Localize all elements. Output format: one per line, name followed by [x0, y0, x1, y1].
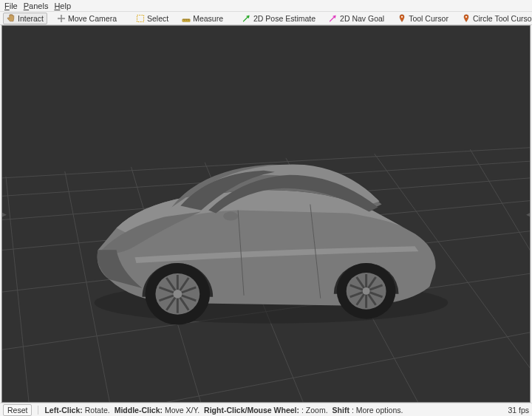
- svg-rect-0: [137, 15, 143, 21]
- reset-button[interactable]: Reset: [3, 404, 32, 416]
- arrow-pink-icon: [329, 14, 338, 23]
- tool-2d-pose-estimate-label: 2D Pose Estimate: [253, 14, 316, 23]
- menu-panels[interactable]: PPanelsanels: [24, 1, 49, 10]
- tool-circle-tool-cursor-label: Circle Tool Cursor: [473, 14, 532, 23]
- pin-icon: [462, 14, 471, 23]
- menu-help[interactable]: HHelpelp: [54, 1, 71, 10]
- pin-icon: [398, 14, 406, 23]
- svg-point-30: [173, 290, 182, 299]
- hand-icon: [7, 14, 16, 23]
- tool-2d-nav-goal-label: 2D Nav Goal: [340, 14, 384, 23]
- toolbar: Interact Move Camera Select Measure 2D P…: [0, 12, 532, 25]
- hint-shift: Shift : More options.: [332, 406, 403, 415]
- expand-left-handle[interactable]: ▶: [1, 207, 6, 222]
- hint-middle-click-label: Middle-Click:: [115, 406, 163, 415]
- hint-right-click-label: Right-Click/Mouse Wheel:: [204, 406, 299, 415]
- hint-left-click-action: Rotate.: [85, 406, 110, 415]
- tool-move-camera[interactable]: Move Camera: [53, 13, 120, 24]
- tool-circle-tool-cursor[interactable]: Circle Tool Cursor: [458, 13, 532, 24]
- menubar: FFileile PPanelsanels HHelpelp: [0, 0, 532, 12]
- statusbar: Reset Left-Click: Rotate. Middle-Click: …: [0, 403, 532, 416]
- hint-right-click: Right-Click/Mouse Wheel: : Zoom.: [204, 406, 328, 415]
- move-camera-icon: [57, 14, 66, 23]
- tool-move-camera-label: Move Camera: [68, 14, 117, 23]
- arrow-green-icon: [242, 14, 251, 23]
- tool-select[interactable]: Select: [132, 13, 172, 24]
- tool-interact[interactable]: Interact: [3, 13, 47, 24]
- tool-2d-pose-estimate[interactable]: 2D Pose Estimate: [239, 13, 319, 24]
- tool-select-label: Select: [147, 14, 168, 23]
- viewport-canvas: [2, 26, 530, 402]
- select-icon: [136, 14, 145, 23]
- svg-point-38: [363, 287, 370, 295]
- hint-shift-action: : More options.: [352, 406, 403, 415]
- hint-middle-click-action: Move X/Y.: [165, 406, 200, 415]
- tool-2d-nav-goal[interactable]: 2D Nav Goal: [325, 13, 388, 24]
- hint-right-click-action: : Zoom.: [301, 406, 328, 415]
- fps-readout: 31 fps: [508, 406, 529, 415]
- svg-point-3: [466, 16, 467, 17]
- tool-measure-label: Measure: [193, 14, 223, 23]
- measure-icon: [182, 14, 191, 23]
- tool-tool-cursor-label: Tool Cursor: [409, 14, 449, 23]
- hint-middle-click: Middle-Click: Move X/Y.: [115, 406, 200, 415]
- tool-interact-label: Interact: [18, 14, 44, 23]
- hint-left-click-label: Left-Click:: [44, 406, 82, 415]
- svg-point-2: [401, 16, 403, 17]
- tool-measure[interactable]: Measure: [178, 13, 227, 24]
- hint-left-click: Left-Click: Rotate.: [44, 406, 109, 415]
- svg-point-22: [223, 212, 238, 221]
- expand-right-handle[interactable]: ◀: [526, 207, 531, 222]
- hint-shift-label: Shift: [332, 406, 349, 415]
- menu-file[interactable]: FFileile: [4, 1, 18, 10]
- 3d-viewport[interactable]: ▶ ◀: [1, 25, 531, 403]
- tool-tool-cursor[interactable]: Tool Cursor: [394, 13, 452, 24]
